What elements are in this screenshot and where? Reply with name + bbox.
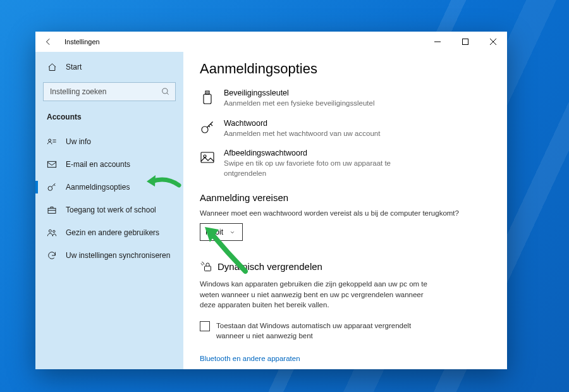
minimize-button[interactable] (424, 32, 451, 52)
option-security-key[interactable]: Beveiligingssleutel Aanmelden met een fy… (200, 89, 491, 109)
svg-rect-20 (201, 152, 214, 162)
bluetooth-link[interactable]: Bluetooth en andere apparaten (200, 355, 300, 362)
search-icon (161, 87, 170, 96)
briefcase-icon (47, 205, 57, 215)
option-desc: Aanmelden met een fysieke beveiligingssl… (224, 99, 374, 109)
dynamic-lock-checkbox-row[interactable]: Toestaan dat Windows automatisch uw appa… (200, 321, 491, 341)
svg-line-5 (167, 93, 169, 95)
option-desc: Swipe en tik op uw favoriete foto om uw … (224, 159, 426, 178)
nav-your-info[interactable]: Uw info (35, 130, 183, 153)
svg-rect-1 (463, 39, 468, 45)
sync-icon (47, 250, 57, 260)
title-bar: Instellingen (35, 32, 507, 52)
sidebar: Start Accounts Uw info (35, 52, 183, 369)
svg-point-14 (53, 230, 55, 232)
option-title: Wachtwoord (224, 119, 380, 128)
section-accounts: Accounts (35, 110, 183, 130)
usb-icon (200, 90, 215, 105)
nav-family-users[interactable]: Gezin en andere gebruikers (35, 221, 183, 244)
svg-point-6 (49, 139, 51, 142)
option-desc: Aanmelden met het wachtwoord van uw acco… (224, 129, 380, 139)
page-heading: Aanmeldingsopties (200, 61, 491, 77)
svg-point-4 (162, 89, 168, 94)
nav-label: Toegang tot werk of school (66, 205, 156, 214)
key-icon (47, 182, 57, 192)
home-icon (47, 62, 57, 72)
person-card-icon (47, 137, 57, 147)
back-button[interactable] (44, 37, 56, 46)
caption-buttons (424, 32, 507, 52)
search-input[interactable] (50, 87, 161, 96)
option-title: Afbeeldingswachtwoord (224, 149, 426, 157)
nav-label: Aanmeldingsopties (66, 183, 130, 192)
annotation-arrow-1 (144, 171, 182, 192)
key-icon (200, 120, 215, 135)
checkbox-label: Toestaan dat Windows automatisch uw appa… (216, 321, 431, 341)
option-picture-password[interactable]: Afbeeldingswachtwoord Swipe en tik op uw… (200, 149, 491, 178)
settings-window: Instellingen Start (35, 32, 507, 369)
search-box[interactable] (43, 82, 176, 101)
window-title: Instellingen (64, 38, 100, 46)
nav-work-school[interactable]: Toegang tot werk of school (35, 199, 183, 221)
home-label: Start (66, 63, 82, 71)
maximize-button[interactable] (451, 32, 479, 52)
mail-icon (47, 159, 57, 169)
people-icon (47, 228, 57, 238)
home-link[interactable]: Start (35, 56, 183, 78)
dynamic-lock-desc: Windows kan apparaten gebruiken die zijn… (200, 279, 440, 310)
nav-label: Uw instellingen synchroniseren (66, 251, 170, 260)
option-password[interactable]: Wachtwoord Aanmelden met het wachtwoord … (200, 119, 491, 139)
svg-rect-15 (205, 91, 209, 94)
nav-label: E-mail en accounts (66, 160, 130, 169)
nav-label: Uw info (66, 137, 91, 146)
annotation-arrow-2 (196, 218, 253, 275)
svg-rect-9 (47, 161, 56, 167)
close-button[interactable] (479, 32, 507, 52)
require-signin-desc: Wanneer moet een wachtwoord worden verei… (200, 209, 491, 217)
option-title: Beveiligingssleutel (224, 89, 374, 97)
svg-rect-16 (204, 94, 211, 104)
content-pane: Aanmeldingsopties Beveiligingssleutel Aa… (183, 52, 507, 369)
nav-sync[interactable]: Uw instellingen synchroniseren (35, 244, 183, 267)
svg-point-13 (49, 230, 51, 232)
picture-icon (200, 150, 215, 165)
checkbox[interactable] (200, 321, 210, 331)
nav-label: Gezin en andere gebruikers (66, 228, 159, 237)
require-signin-heading: Aanmelding vereisen (200, 192, 491, 203)
svg-rect-11 (48, 208, 56, 213)
svg-point-10 (48, 187, 52, 191)
